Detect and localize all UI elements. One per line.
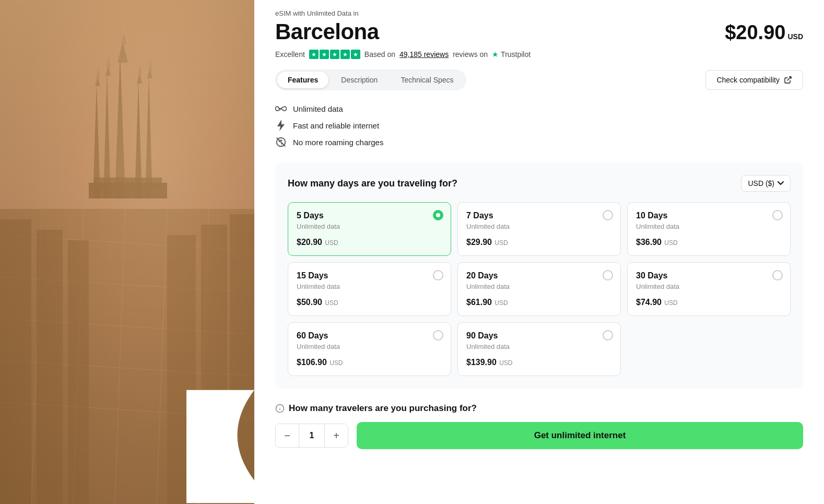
check-compat-label: Check compatibility bbox=[716, 76, 780, 84]
plan-20-days[interactable]: 20 Days Unlimited data $61.90 USD bbox=[457, 262, 621, 316]
trustpilot-label: Trustpilot bbox=[501, 50, 531, 58]
currency-selector[interactable]: USD ($) bbox=[741, 175, 791, 192]
plan-30-radio bbox=[772, 270, 783, 280]
trustpilot-icon: ★ bbox=[492, 50, 499, 58]
stepper-minus-button[interactable]: − bbox=[276, 424, 299, 447]
plan-90-days-label: 90 Days bbox=[466, 331, 612, 341]
plan-20-days-label: 20 Days bbox=[466, 271, 612, 280]
plans-grid: 5 Days Unlimited data $20.90 USD 7 Days … bbox=[288, 202, 791, 376]
tabs-row: Features Description Technical Specs Che… bbox=[275, 69, 803, 90]
feature-no-roaming: No more roaming charges bbox=[275, 136, 803, 148]
plan-20-currency: USD bbox=[493, 299, 508, 307]
price-value: $20.90 bbox=[725, 21, 785, 44]
star-3: ★ bbox=[330, 50, 339, 59]
plan-15-data-label: Unlimited data bbox=[297, 283, 442, 290]
plan-30-days-label: 30 Days bbox=[636, 271, 782, 280]
check-compatibility-button[interactable]: Check compatibility bbox=[705, 70, 803, 90]
plan-7-data-label: Unlimited data bbox=[466, 222, 612, 230]
plan-7-price: $29.90 USD bbox=[466, 238, 612, 247]
plan-90-radio bbox=[603, 330, 613, 341]
plan-15-days-label: 15 Days bbox=[297, 271, 442, 280]
price-currency-label: USD bbox=[787, 32, 803, 41]
plan-30-price: $74.90 USD bbox=[636, 298, 782, 307]
plan-60-data-label: Unlimited data bbox=[297, 343, 442, 350]
quantity-stepper: − 1 + bbox=[275, 424, 348, 448]
rating-label: Excellent bbox=[275, 50, 305, 58]
plan-10-price: $36.90 USD bbox=[636, 238, 782, 247]
days-header: How many days are you traveling for? USD… bbox=[288, 175, 791, 192]
plan-10-radio bbox=[772, 210, 783, 220]
tab-technical-specs[interactable]: Technical Specs bbox=[390, 72, 464, 88]
plan-5-data-label: Unlimited data bbox=[297, 222, 442, 230]
plan-60-price: $106.90 USD bbox=[297, 358, 442, 367]
svg-line-36 bbox=[787, 77, 791, 80]
plan-7-radio bbox=[603, 210, 613, 220]
plan-90-days[interactable]: 90 Days Unlimited data $139.90 USD bbox=[457, 322, 621, 376]
plan-30-currency: USD bbox=[663, 299, 678, 307]
feature-text-0: Unlimited data bbox=[293, 104, 343, 113]
chevron-down-icon bbox=[778, 181, 784, 185]
no-roaming-icon bbox=[275, 136, 287, 148]
city-image-panel bbox=[0, 0, 254, 504]
get-internet-label: Get unlimited internet bbox=[534, 430, 626, 440]
features-list: Unlimited data Fast and reliable interne… bbox=[275, 103, 803, 148]
plan-15-days[interactable]: 15 Days Unlimited data $50.90 USD bbox=[288, 262, 451, 316]
plan-10-currency: USD bbox=[663, 239, 678, 247]
plan-10-days[interactable]: 10 Days Unlimited data $36.90 USD bbox=[627, 202, 791, 256]
info-icon bbox=[275, 404, 285, 413]
feature-fast-internet: Fast and reliable internet bbox=[275, 120, 803, 131]
plan-20-price: $61.90 USD bbox=[466, 298, 612, 307]
rating-row: Excellent ★ ★ ★ ★ ★ Based on 49,185 revi… bbox=[275, 50, 803, 59]
wave-cutout bbox=[186, 389, 254, 504]
plan-5-price: $20.90 USD bbox=[297, 238, 442, 247]
infinity-icon bbox=[275, 103, 287, 114]
plan-60-days[interactable]: 60 Days Unlimited data $106.90 USD bbox=[288, 322, 451, 376]
star-rating: ★ ★ ★ ★ ★ bbox=[309, 50, 360, 59]
plan-60-days-label: 60 Days bbox=[297, 331, 442, 341]
title-price-row: Barcelona $20.90 USD bbox=[275, 19, 803, 44]
plan-7-days[interactable]: 7 Days Unlimited data $29.90 USD bbox=[457, 202, 621, 256]
feature-text-1: Fast and reliable internet bbox=[293, 121, 379, 130]
plan-15-price: $50.90 USD bbox=[297, 298, 442, 307]
plan-7-currency: USD bbox=[493, 239, 508, 247]
travelers-section: How many travelers are you purchasing fo… bbox=[275, 403, 803, 449]
currency-label: USD ($) bbox=[748, 179, 774, 187]
price-block: $20.90 USD bbox=[725, 21, 803, 44]
plan-90-currency: USD bbox=[498, 359, 513, 367]
plan-5-days-label: 5 Days bbox=[297, 211, 442, 220]
reviews-link[interactable]: 49,185 reviews bbox=[399, 50, 449, 58]
plan-20-data-label: Unlimited data bbox=[466, 283, 612, 290]
stepper-plus-button[interactable]: + bbox=[325, 424, 348, 447]
plan-20-radio bbox=[603, 270, 613, 280]
plan-10-data-label: Unlimited data bbox=[636, 222, 782, 230]
feature-text-2: No more roaming charges bbox=[293, 138, 383, 147]
days-section: How many days are you traveling for? USD… bbox=[275, 162, 803, 389]
bolt-icon bbox=[275, 120, 287, 131]
plan-90-data-label: Unlimited data bbox=[466, 343, 612, 350]
travelers-question: How many travelers are you purchasing fo… bbox=[289, 403, 477, 414]
tab-group: Features Description Technical Specs bbox=[275, 69, 466, 90]
plan-15-radio bbox=[433, 270, 443, 280]
tab-features[interactable]: Features bbox=[277, 72, 328, 88]
tab-description[interactable]: Description bbox=[331, 72, 388, 88]
plan-90-price: $139.90 USD bbox=[466, 358, 612, 367]
travelers-header: How many travelers are you purchasing fo… bbox=[275, 403, 803, 414]
plan-7-days-label: 7 Days bbox=[466, 211, 612, 220]
plan-10-days-label: 10 Days bbox=[636, 211, 782, 220]
reviews-prefix: Based on bbox=[364, 50, 395, 58]
trustpilot-badge: ★ Trustpilot bbox=[492, 50, 531, 58]
plan-30-days[interactable]: 30 Days Unlimited data $74.90 USD bbox=[627, 262, 791, 316]
plan-60-currency: USD bbox=[328, 359, 343, 367]
feature-unlimited-data: Unlimited data bbox=[275, 103, 803, 114]
stepper-value: 1 bbox=[299, 424, 325, 447]
star-4: ★ bbox=[340, 50, 350, 59]
reviews-on-text: reviews on bbox=[453, 50, 488, 58]
plan-5-days[interactable]: 5 Days Unlimited data $20.90 USD bbox=[288, 202, 451, 256]
get-internet-button[interactable]: Get unlimited internet bbox=[357, 422, 803, 449]
star-5: ★ bbox=[351, 50, 360, 59]
days-question: How many days are you traveling for? bbox=[288, 178, 457, 189]
plan-30-data-label: Unlimited data bbox=[636, 283, 782, 290]
star-1: ★ bbox=[309, 50, 319, 59]
city-title: Barcelona bbox=[275, 19, 379, 44]
product-subtitle: eSIM with Unlimited Data in bbox=[275, 9, 803, 17]
